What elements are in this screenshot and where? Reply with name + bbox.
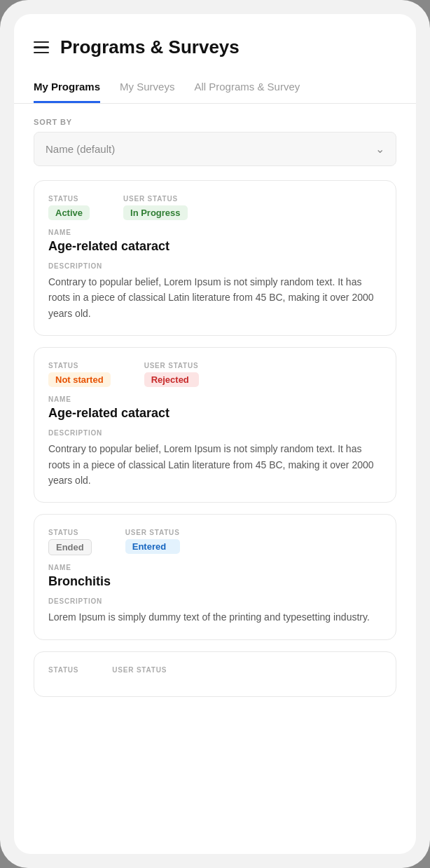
- card-2-user-status-badge: Rejected: [144, 372, 199, 387]
- card-2-status-label: STATUS: [48, 362, 111, 369]
- card-4-status-label: STATUS: [48, 666, 78, 674]
- card-1-status-row: STATUS Active USER STATUS In Progress: [48, 195, 382, 220]
- card-1-description: Contrary to popular belief, Lorem Ipsum …: [48, 274, 382, 321]
- card-1-user-status-group: USER STATUS In Progress: [123, 195, 188, 220]
- card-1-desc-label: DESCRIPTION: [48, 262, 382, 270]
- card-1-status-group: STATUS Active: [48, 195, 90, 220]
- card-2-name-label: NAME: [48, 395, 382, 403]
- sort-dropdown-value: Name (default): [46, 143, 115, 155]
- card-4-user-status-label: USER STATUS: [112, 666, 167, 674]
- card-1-name-label: NAME: [48, 229, 382, 236]
- card-3-user-status-label: USER STATUS: [125, 529, 180, 536]
- card-4-status-group: STATUS: [48, 666, 78, 674]
- tab-my-programs[interactable]: My Programs: [34, 72, 100, 103]
- chevron-down-icon: ⌄: [375, 142, 384, 156]
- program-card-2[interactable]: STATUS Not started USER STATUS Rejected …: [34, 347, 396, 503]
- sort-by-label: SORT BY: [34, 118, 396, 126]
- card-3-user-status-badge: Entered: [125, 539, 180, 554]
- card-3-name: Bronchitis: [48, 574, 382, 589]
- card-2-status-badge: Not started: [48, 372, 111, 387]
- card-3-name-label: NAME: [48, 564, 382, 571]
- card-3-description: Lorem Ipsum is simply dummy text of the …: [48, 609, 382, 625]
- card-2-name: Age-related cataract: [48, 406, 382, 421]
- card-1-name: Age-related cataract: [48, 239, 382, 254]
- header: Programs & Surveys: [14, 14, 416, 72]
- card-1-user-status-badge: In Progress: [123, 205, 188, 220]
- tabs-container: My Programs My Surveys All Programs & Su…: [14, 72, 416, 104]
- card-2-user-status-group: USER STATUS Rejected: [144, 362, 199, 387]
- card-2-status-group: STATUS Not started: [48, 362, 111, 387]
- page-title: Programs & Surveys: [60, 36, 240, 58]
- card-3-status-label: STATUS: [48, 529, 92, 536]
- app-container: Programs & Surveys My Programs My Survey…: [14, 14, 416, 854]
- card-3-user-status-group: USER STATUS Entered: [125, 529, 180, 555]
- tab-all-programs[interactable]: All Programs & Survey: [194, 72, 300, 103]
- card-2-desc-label: DESCRIPTION: [48, 429, 382, 437]
- card-1-status-badge: Active: [48, 205, 90, 220]
- hamburger-icon[interactable]: [34, 41, 49, 54]
- card-2-user-status-label: USER STATUS: [144, 362, 199, 369]
- program-card-1[interactable]: STATUS Active USER STATUS In Progress NA…: [34, 180, 396, 336]
- phone-frame: Programs & Surveys My Programs My Survey…: [0, 0, 430, 868]
- card-2-description: Contrary to popular belief, Lorem Ipsum …: [48, 441, 382, 488]
- card-3-desc-label: DESCRIPTION: [48, 597, 382, 605]
- card-3-status-row: STATUS Ended USER STATUS Entered: [48, 529, 382, 555]
- sort-dropdown[interactable]: Name (default) ⌄: [34, 132, 396, 166]
- card-4-status-row: STATUS USER STATUS: [48, 666, 382, 674]
- card-3-status-group: STATUS Ended: [48, 529, 92, 555]
- card-4-user-status-group: USER STATUS: [112, 666, 167, 674]
- program-card-3[interactable]: STATUS Ended USER STATUS Entered NAME Br…: [34, 514, 396, 639]
- main-content: SORT BY Name (default) ⌄ STATUS Active U…: [14, 104, 416, 711]
- tab-my-surveys[interactable]: My Surveys: [120, 72, 174, 103]
- card-1-user-status-label: USER STATUS: [123, 195, 188, 203]
- card-3-status-badge: Ended: [48, 539, 92, 555]
- card-2-status-row: STATUS Not started USER STATUS Rejected: [48, 362, 382, 387]
- program-card-4-partial[interactable]: STATUS USER STATUS: [34, 651, 396, 697]
- card-1-status-label: STATUS: [48, 195, 90, 203]
